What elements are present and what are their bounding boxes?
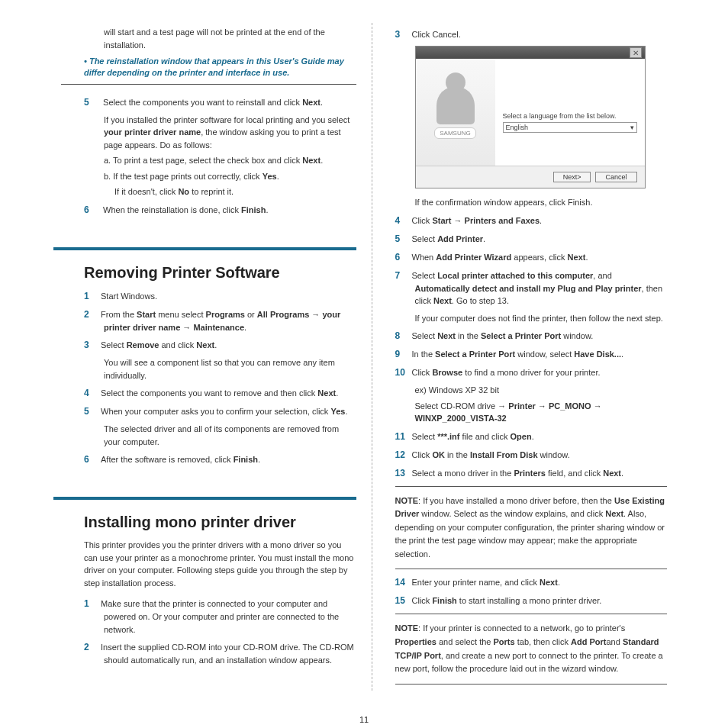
person-icon	[436, 86, 475, 124]
note-divider	[395, 569, 668, 569]
s-step-9: 9In the Select a Printer Port window, se…	[395, 347, 668, 361]
ss-body: SAMSUNG Select a language from the list …	[416, 59, 645, 166]
ss-content: Select a language from the list below. E…	[495, 59, 645, 166]
ss-titlebar: ✕	[416, 47, 645, 59]
ss-footer: Next> Cancel	[416, 166, 645, 188]
s-step-7: 7Select Local printer attached to this c…	[395, 269, 668, 308]
m-step-1: 1Make sure that the printer is connected…	[84, 597, 356, 636]
cancel-button[interactable]: Cancel	[595, 172, 636, 182]
ss-lang-label: Select a language from the list below.	[503, 112, 637, 120]
s-step-13: 13Select a mono driver in the Printers f…	[395, 466, 668, 480]
page-number: 11	[31, 714, 697, 727]
right-column: 3Click Cancel. ✕ SAMSUNG Select a langua…	[388, 23, 698, 691]
s-step-8: 8Select Next in the Select a Printer Por…	[395, 329, 668, 343]
ss-sidebar: SAMSUNG	[416, 59, 495, 166]
s10-sub2: Select CD-ROM drive → Printer → PC_MONO …	[415, 400, 668, 425]
heading-removing: Removing Printer Software	[53, 247, 356, 282]
step-5: 5 Select the components you want to rein…	[84, 95, 356, 109]
s-step-15: 15Click Finish to start installing a mon…	[395, 594, 668, 607]
r-step-3: 3Select Remove and click Next.	[84, 338, 356, 352]
s-step-3: 3Click Cancel.	[395, 27, 668, 41]
chevron-down-icon: ▾	[630, 124, 634, 131]
language-select[interactable]: English ▾	[503, 122, 637, 133]
note-divider	[395, 486, 668, 487]
step-6: 6 When the reinstallation is done, click…	[84, 203, 356, 217]
note-divider	[395, 684, 668, 685]
divider	[61, 84, 356, 85]
reinstall-note: The reinstallation window that appears i…	[84, 56, 356, 79]
step-number: 6	[84, 203, 101, 217]
s10-sub1: ex) Windows XP 32 bit	[415, 384, 668, 397]
continued-text: will start and a test page will not be p…	[104, 26, 356, 51]
r-step-4: 4Select the components you want to remov…	[84, 386, 356, 400]
r-step-6: 6After the software is removed, click Fi…	[84, 453, 356, 466]
note-1: NOTE: If you have installed a mono drive…	[395, 494, 668, 562]
step-5b: b. If the test page prints out correctly…	[104, 170, 356, 183]
s-step-5: 5Select Add Printer.	[395, 232, 668, 246]
note-2: NOTE: If your printer is connected to a …	[395, 622, 668, 675]
page-columns: will start and a test page will not be p…	[31, 23, 697, 691]
r-step-5: 5When your computer asks you to confirm …	[84, 404, 356, 418]
page-footer: 11 Installing Printer Software in Window…	[31, 714, 697, 728]
s7-sub: If your computer does not find the print…	[415, 312, 668, 325]
r-step-5-sub: The selected driver and all of its compo…	[104, 423, 356, 448]
step-5a: a. To print a test page, select the chec…	[104, 154, 356, 167]
step-5-sub: If you installed the printer software fo…	[104, 114, 356, 152]
s-step-12: 12Click OK in the Install From Disk wind…	[395, 448, 668, 462]
step-number: 5	[84, 95, 101, 109]
note-divider	[395, 614, 668, 614]
brand-badge: SAMSUNG	[434, 127, 475, 139]
s3-sub: If the confirmation window appears, clic…	[415, 196, 668, 209]
s-step-6: 6When Add Printer Wizard appears, click …	[395, 250, 668, 264]
s-step-4: 4Click Start → Printers and Faxes.	[395, 214, 668, 227]
r-step-1: 1Start Windows.	[84, 289, 356, 303]
s-step-11: 11Select ***.inf file and click Open.	[395, 430, 668, 443]
r-step-2: 2From the Start menu select Programs or …	[84, 308, 356, 334]
left-column: will start and a test page will not be p…	[31, 23, 372, 691]
next-button[interactable]: Next>	[553, 172, 591, 182]
close-icon[interactable]: ✕	[630, 47, 642, 58]
m-step-2: 2Insert the supplied CD-ROM into your CD…	[84, 640, 356, 667]
step-5b2: If it doesn't, click No to reprint it.	[114, 185, 356, 198]
installer-screenshot: ✕ SAMSUNG Select a language from the lis…	[415, 46, 646, 188]
s-step-14: 14Enter your printer name, and click Nex…	[395, 575, 668, 589]
heading-mono: Installing mono printer driver	[53, 497, 356, 531]
r-step-3-sub: You will see a component list so that yo…	[104, 356, 356, 382]
s-step-10: 10Click Browse to find a mono driver for…	[395, 366, 668, 379]
mono-intro: This printer provides you the printer dr…	[84, 539, 356, 589]
